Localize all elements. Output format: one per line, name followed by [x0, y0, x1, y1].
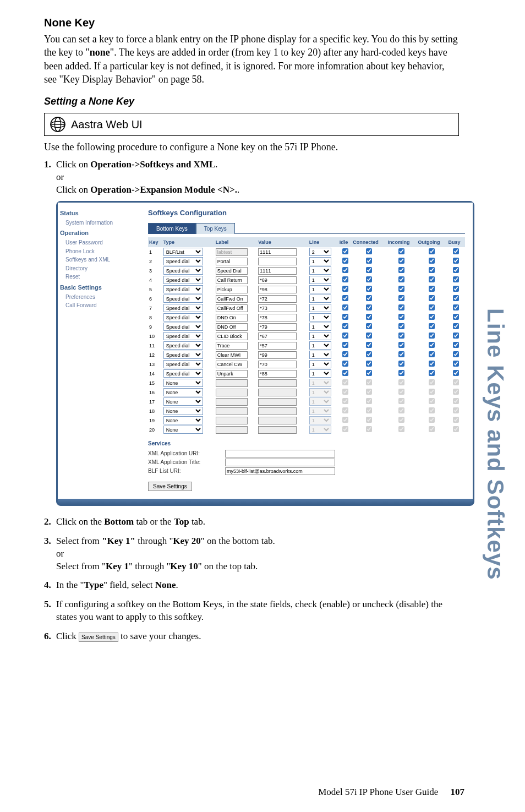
type-select[interactable]: Speed dial: [163, 351, 203, 359]
busy-checkbox[interactable]: [453, 342, 459, 348]
label-input[interactable]: [216, 351, 248, 359]
xml-title-input[interactable]: [225, 459, 335, 466]
incoming-checkbox[interactable]: [398, 295, 404, 301]
busy-checkbox[interactable]: [453, 295, 459, 301]
incoming-checkbox[interactable]: [398, 276, 404, 282]
label-input[interactable]: [216, 314, 248, 321]
nav-softkeys-xml[interactable]: Softkeys and XML: [60, 255, 138, 264]
nav-phone-lock[interactable]: Phone Lock: [60, 247, 138, 256]
connected-checkbox[interactable]: [366, 276, 372, 282]
line-select[interactable]: 1: [309, 369, 331, 378]
nav-call-forward[interactable]: Call Forward: [60, 301, 138, 310]
type-select[interactable]: Speed dial: [163, 266, 203, 275]
nav-reset[interactable]: Reset: [60, 273, 138, 281]
outgoing-checkbox[interactable]: [429, 342, 435, 348]
line-select[interactable]: 1: [309, 313, 331, 321]
connected-checkbox[interactable]: [366, 323, 372, 329]
busy-checkbox[interactable]: [453, 276, 459, 282]
value-input[interactable]: [258, 323, 297, 331]
outgoing-checkbox[interactable]: [429, 248, 435, 254]
line-select[interactable]: 1: [309, 257, 331, 265]
value-input[interactable]: [258, 276, 297, 284]
type-select[interactable]: Speed dial: [163, 304, 203, 312]
value-input[interactable]: [258, 370, 297, 378]
type-select[interactable]: None: [163, 379, 203, 387]
busy-checkbox[interactable]: [453, 267, 459, 273]
value-input[interactable]: [258, 361, 297, 368]
value-input[interactable]: [258, 286, 297, 293]
connected-checkbox[interactable]: [366, 361, 372, 367]
label-input[interactable]: [216, 267, 248, 275]
idle-checkbox[interactable]: [342, 333, 348, 339]
value-input[interactable]: [258, 248, 297, 256]
busy-checkbox[interactable]: [453, 304, 459, 310]
value-input[interactable]: [258, 342, 297, 350]
connected-checkbox[interactable]: [366, 314, 372, 320]
value-input[interactable]: [258, 333, 297, 340]
type-select[interactable]: None: [163, 426, 203, 434]
type-select[interactable]: Speed dial: [163, 276, 203, 284]
idle-checkbox[interactable]: [342, 304, 348, 310]
type-select[interactable]: Speed dial: [163, 369, 203, 378]
incoming-checkbox[interactable]: [398, 258, 404, 264]
line-select[interactable]: 1: [309, 285, 331, 293]
label-input[interactable]: [216, 323, 248, 331]
type-select[interactable]: None: [163, 397, 203, 406]
outgoing-checkbox[interactable]: [429, 370, 435, 376]
type-select[interactable]: Speed dial: [163, 332, 203, 340]
line-select[interactable]: 2: [309, 248, 331, 256]
outgoing-checkbox[interactable]: [429, 314, 435, 320]
value-input[interactable]: [258, 267, 297, 275]
xml-uri-input[interactable]: [225, 450, 335, 457]
connected-checkbox[interactable]: [366, 342, 372, 348]
incoming-checkbox[interactable]: [398, 267, 404, 273]
type-select[interactable]: Speed dial: [163, 295, 203, 303]
outgoing-checkbox[interactable]: [429, 286, 435, 292]
connected-checkbox[interactable]: [366, 370, 372, 376]
label-input[interactable]: [216, 333, 248, 340]
line-select[interactable]: 1: [309, 295, 331, 303]
idle-checkbox[interactable]: [342, 323, 348, 329]
line-select[interactable]: 1: [309, 332, 331, 340]
type-select[interactable]: Speed dial: [163, 313, 203, 321]
outgoing-checkbox[interactable]: [429, 295, 435, 301]
line-select[interactable]: 1: [309, 341, 331, 350]
connected-checkbox[interactable]: [366, 248, 372, 254]
type-select[interactable]: Speed dial: [163, 341, 203, 350]
label-input[interactable]: [216, 286, 248, 293]
idle-checkbox[interactable]: [342, 276, 348, 282]
incoming-checkbox[interactable]: [398, 248, 404, 254]
connected-checkbox[interactable]: [366, 351, 372, 357]
type-select[interactable]: Speed dial: [163, 285, 203, 293]
outgoing-checkbox[interactable]: [429, 276, 435, 282]
busy-checkbox[interactable]: [453, 314, 459, 320]
idle-checkbox[interactable]: [342, 361, 348, 367]
connected-checkbox[interactable]: [366, 333, 372, 339]
outgoing-checkbox[interactable]: [429, 304, 435, 310]
value-input[interactable]: [258, 351, 297, 359]
connected-checkbox[interactable]: [366, 295, 372, 301]
nav-system-information[interactable]: System Information: [60, 219, 138, 227]
line-select[interactable]: 1: [309, 276, 331, 284]
idle-checkbox[interactable]: [342, 286, 348, 292]
idle-checkbox[interactable]: [342, 248, 348, 254]
incoming-checkbox[interactable]: [398, 323, 404, 329]
line-select[interactable]: 1: [309, 360, 331, 368]
connected-checkbox[interactable]: [366, 286, 372, 292]
value-input[interactable]: [258, 304, 297, 312]
type-select[interactable]: None: [163, 407, 203, 415]
incoming-checkbox[interactable]: [398, 314, 404, 320]
idle-checkbox[interactable]: [342, 267, 348, 273]
label-input[interactable]: [216, 295, 248, 303]
busy-checkbox[interactable]: [453, 351, 459, 357]
type-select[interactable]: Speed dial: [163, 323, 203, 331]
label-input[interactable]: [216, 258, 248, 265]
blf-uri-input[interactable]: [225, 467, 335, 475]
outgoing-checkbox[interactable]: [429, 351, 435, 357]
incoming-checkbox[interactable]: [398, 342, 404, 348]
line-select[interactable]: 1: [309, 323, 331, 331]
nav-user-password[interactable]: User Password: [60, 238, 138, 247]
connected-checkbox[interactable]: [366, 304, 372, 310]
idle-checkbox[interactable]: [342, 342, 348, 348]
busy-checkbox[interactable]: [453, 258, 459, 264]
